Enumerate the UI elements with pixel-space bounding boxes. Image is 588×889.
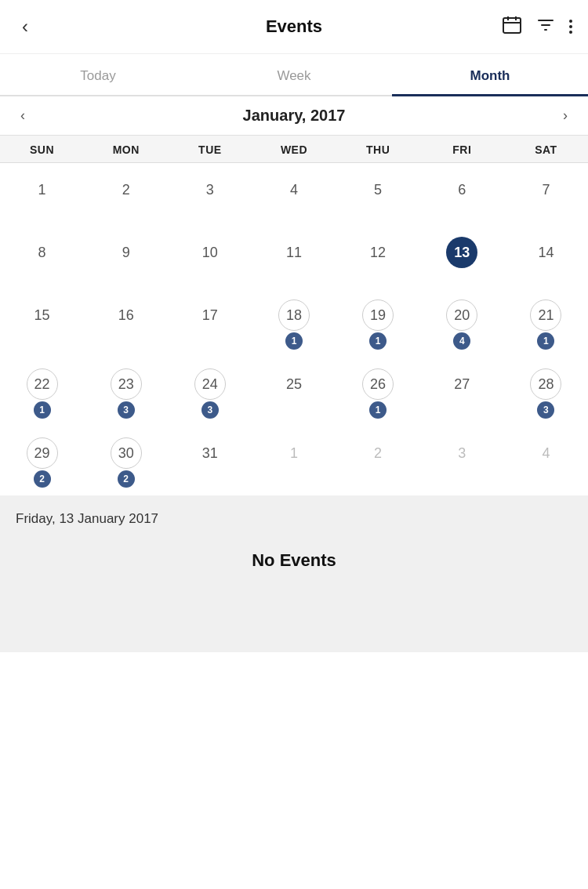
tab-week[interactable]: Week (196, 54, 392, 95)
calendar-day[interactable]: 31 (168, 426, 252, 495)
header: ‹ Events (0, 0, 588, 54)
day-header-wed: WED (252, 143, 336, 156)
calendar-icon[interactable] (502, 15, 522, 38)
day-number: 2 (111, 174, 142, 205)
calendar-day[interactable]: 181 (252, 288, 336, 357)
calendar-day[interactable]: 12 (336, 226, 420, 288)
day-number: 15 (27, 299, 58, 331)
event-count-badge: 1 (369, 401, 387, 419)
calendar-day[interactable]: 9 (84, 226, 168, 288)
calendar-day[interactable]: 283 (504, 357, 588, 426)
calendar-day[interactable]: 13 (420, 226, 504, 288)
calendar-day[interactable]: 25 (252, 357, 336, 426)
event-count-badge: 4 (453, 332, 470, 350)
calendar-day[interactable]: 292 (0, 426, 84, 495)
svg-rect-0 (503, 18, 521, 33)
day-number: 4 (278, 174, 310, 205)
day-number: 22 (27, 368, 58, 400)
calendar-day[interactable]: 4 (252, 163, 336, 226)
day-number: 19 (362, 299, 394, 331)
day-number: 30 (111, 437, 142, 469)
day-headers: SUN MON TUE WED THU FRI SAT (0, 136, 588, 163)
calendar-day[interactable]: 14 (504, 226, 588, 288)
tab-today[interactable]: Today (0, 54, 196, 95)
calendar-day[interactable]: 10 (168, 226, 252, 288)
calendar-day[interactable]: 3 (420, 426, 504, 495)
calendar-day[interactable]: 243 (168, 357, 252, 426)
calendar-day[interactable]: 5 (336, 163, 420, 226)
day-header-tue: TUE (168, 143, 252, 156)
next-month-button[interactable]: › (555, 104, 575, 127)
calendar-day[interactable]: 17 (168, 288, 252, 357)
day-number: 29 (27, 437, 58, 469)
day-number: 7 (530, 174, 561, 205)
day-number: 12 (362, 237, 394, 268)
calendar-day[interactable]: 6 (420, 163, 504, 226)
calendar-day[interactable]: 221 (0, 357, 84, 426)
day-number: 20 (446, 299, 477, 331)
day-number: 8 (27, 237, 58, 268)
day-header-fri: FRI (420, 143, 504, 156)
day-number: 16 (111, 299, 142, 331)
prev-month-button[interactable]: ‹ (13, 104, 33, 127)
month-title: January, 2017 (243, 107, 346, 125)
event-count-badge: 1 (34, 401, 51, 419)
calendar-day[interactable]: 211 (504, 288, 588, 357)
calendar-day[interactable]: 15 (0, 288, 84, 357)
day-number: 13 (446, 237, 477, 268)
more-icon[interactable] (569, 16, 572, 37)
calendar-day[interactable]: 11 (252, 226, 336, 288)
header-icons (502, 15, 572, 38)
day-number: 11 (278, 237, 310, 268)
calendar-day[interactable]: 16 (84, 288, 168, 357)
day-number: 9 (111, 237, 142, 268)
calendar-day[interactable]: 2 (336, 426, 420, 495)
day-number: 26 (362, 368, 394, 400)
day-header-sun: SUN (0, 143, 84, 156)
event-count-badge: 1 (537, 332, 554, 350)
calendar-day[interactable]: 261 (336, 357, 420, 426)
event-count-badge: 2 (118, 470, 135, 488)
event-count-badge: 3 (537, 401, 554, 419)
day-number: 25 (278, 368, 310, 400)
calendar-day[interactable]: 2 (84, 163, 168, 226)
calendar-day[interactable]: 302 (84, 426, 168, 495)
calendar-day[interactable]: 8 (0, 226, 84, 288)
calendar-day[interactable]: 27 (420, 357, 504, 426)
day-header-thu: THU (336, 143, 420, 156)
day-number: 23 (111, 368, 142, 400)
tab-bar: Today Week Month (0, 54, 588, 96)
calendar-day[interactable]: 7 (504, 163, 588, 226)
selected-date: Friday, 13 January 2017 (16, 511, 572, 527)
month-navigation: ‹ January, 2017 › (0, 96, 588, 136)
event-count-badge: 3 (118, 401, 135, 419)
day-number: 6 (446, 174, 477, 205)
calendar-day[interactable]: 204 (420, 288, 504, 357)
day-number: 1 (27, 174, 58, 205)
bottom-section: Friday, 13 January 2017 No Events (0, 495, 588, 652)
event-count-badge: 1 (369, 332, 387, 350)
header-left: ‹ (16, 13, 34, 41)
day-number: 14 (530, 237, 561, 268)
day-number: 3 (446, 437, 477, 469)
tab-month[interactable]: Month (392, 54, 588, 95)
calendar-day[interactable]: 191 (336, 288, 420, 357)
calendar-day[interactable]: 1 (0, 163, 84, 226)
day-number: 2 (362, 437, 394, 469)
event-count-badge: 2 (34, 470, 51, 488)
calendar-day[interactable]: 233 (84, 357, 168, 426)
day-number: 1 (278, 437, 310, 469)
day-number: 3 (194, 174, 226, 205)
back-button[interactable]: ‹ (16, 13, 34, 41)
day-number: 17 (194, 299, 226, 331)
calendar-day[interactable]: 3 (168, 163, 252, 226)
day-number: 24 (194, 368, 226, 400)
day-header-sat: SAT (504, 143, 588, 156)
page-title: Events (266, 16, 322, 37)
filter-icon[interactable] (536, 16, 555, 38)
day-number: 4 (530, 437, 561, 469)
day-number: 10 (194, 237, 226, 268)
calendar-day[interactable]: 1 (252, 426, 336, 495)
day-number: 18 (278, 299, 310, 331)
calendar-day[interactable]: 4 (504, 426, 588, 495)
